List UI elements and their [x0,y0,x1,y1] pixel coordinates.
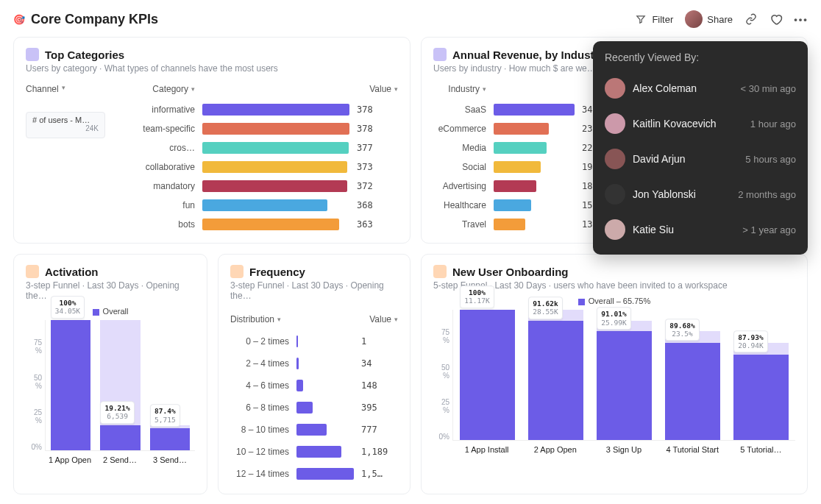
bar-value: 34 [361,358,398,369]
bar-row[interactable]: cros… 377 [126,138,398,157]
funnel-step[interactable]: 100%34.05K [46,320,96,450]
viewer-time: > 1 year ago [742,224,796,235]
bar-tooltip: 19.21%6,539 [100,401,134,424]
bar-row[interactable]: collaborative 373 [126,157,398,177]
column-category[interactable]: Category ▾ [126,84,195,94]
bar-row[interactable]: 10 – 12 times 1,189 [230,441,398,463]
column-distribution[interactable]: Distribution ▾ [230,314,281,324]
link-icon[interactable] [744,13,758,26]
bar-fill [296,402,313,414]
bar-label: 10 – 12 times [230,447,289,457]
bar-value: 148 [361,380,398,391]
viewer-time: < 30 min ago [740,83,796,94]
filter-button[interactable]: Filter [634,13,673,26]
funnel-step[interactable]: 87.4%5,715 [145,320,195,450]
page-title: Core Company KPIs [31,12,158,27]
bar-tooltip: 87.93%20.94K [733,330,767,353]
viewer-row[interactable]: David Arjun 5 hours ago [605,141,796,177]
chevron-down-icon: ▾ [394,85,398,93]
funnel-step[interactable]: 19.21%6,539 [96,320,146,450]
bar-fill [494,123,549,135]
bar-label: mandatory [126,181,195,191]
bar-row[interactable]: 12 – 14 times 1,5… [230,463,398,485]
column-industry[interactable]: Industry ▾ [433,84,486,94]
bar-label: bots [126,219,195,230]
funnel-step[interactable]: 100%11.17K [453,310,522,440]
more-icon[interactable]: ••• [795,13,808,26]
funnel-step[interactable]: 91.01%25.99K [590,310,658,440]
bar-value: 373 [357,162,398,172]
card-title: New User Onboarding [452,266,569,278]
viewer-row[interactable]: Katie Siu > 1 year ago [605,212,796,247]
bar-row[interactable]: 6 – 8 times 395 [230,397,398,419]
card-onboarding: New User Onboarding 5-step Funnel · Last… [421,254,808,494]
xtick: 4 Tutorial Start [658,441,727,454]
bar-row[interactable]: team-specific 378 [126,119,398,138]
bar-row[interactable]: fun 368 [126,196,398,215]
viewer-name: Alex Coleman [633,82,697,94]
bar-fill [202,123,349,135]
xtick: 5 Tutorial… [727,441,795,454]
xtick: 3 Send… [145,451,195,464]
bar-tooltip: 100%11.17K [460,285,494,308]
funnel-step[interactable]: 91.62k28.55K [522,310,590,440]
card-title: Frequency [249,266,305,278]
bar-row[interactable]: mandatory 372 [126,177,398,196]
column-distribution-label: Distribution [230,314,274,324]
bar-row[interactable]: 0 – 2 times 1 [230,330,398,352]
column-value-label: Value [369,84,391,94]
bar-label: Healthcare [433,200,486,210]
viewer-row[interactable]: Alex Coleman < 30 min ago [605,71,796,106]
xtick: 3 Sign Up [589,441,658,454]
filter-label: Filter [652,14,673,25]
card-subtitle: Users by category · What types of channe… [26,63,398,74]
funnel-step[interactable]: 87.93%20.94K [727,310,795,440]
favorite-icon[interactable] [770,13,783,26]
ytick: 50 % [433,363,449,380]
bar-row[interactable]: 2 – 4 times 34 [230,352,398,375]
funnel-icon [230,265,244,278]
bar-row[interactable]: informative 378 [126,100,398,119]
funnel-icon [26,265,39,278]
viewer-name: Kaitlin Kovacevich [633,118,717,129]
bar-tooltip: 89.68%23.5% [665,319,699,341]
legend-label: Overall [103,307,129,316]
column-channel[interactable]: Channel ▾ [26,84,114,94]
bar-label: eCommerce [433,124,486,134]
viewer-row[interactable]: Kaitlin Kovacevich 1 hour ago [605,106,796,141]
bar-fill [296,446,341,458]
bar-row[interactable]: bots 363 [126,215,398,234]
funnel-step[interactable]: 89.68%23.5% [658,310,727,440]
column-value[interactable]: Value ▾ [369,314,398,324]
channel-cell[interactable]: # of users - M… 24K [26,112,105,138]
viewer-row[interactable]: Jon Yablonski 2 months ago [605,177,796,212]
bar-label: Advertising [433,181,486,191]
bar-row[interactable]: 4 – 6 times 148 [230,375,398,397]
ytick: 25 % [433,398,449,414]
ytick: 75 % [26,338,42,355]
bar-tooltip: 87.4%5,715 [150,404,180,427]
share-button[interactable]: Share [685,10,733,28]
bar-value: 777 [361,425,398,435]
page-icon: 🎯 [13,14,25,25]
card-title: Top Categories [45,49,124,61]
column-value[interactable]: Value ▾ [369,84,398,94]
bar-row[interactable]: 8 – 10 times 777 [230,419,398,441]
bar-fill [296,336,298,347]
bar-fill [296,380,303,391]
bar-label: 0 – 2 times [230,336,289,347]
funnel-chart: 75 %50 %25 %0% 100%34.05K 19.21%6,539 87… [26,320,195,451]
channel-cell-sub: 24K [32,124,99,132]
card-top-categories: Top Categories Users by category · What … [13,37,410,244]
bar-fill [494,219,525,230]
xtick: 1 App Open [45,451,95,464]
bar-label: Social [433,162,486,172]
card-title: Activation [45,266,99,278]
bar-label: 8 – 10 times [230,425,289,435]
bar-fill [202,104,349,116]
bar-fill [202,161,347,173]
bar-chart-icon [433,48,447,61]
ytick: 75 % [433,328,449,344]
ytick: 50 % [26,374,42,390]
share-label: Share [707,14,733,25]
